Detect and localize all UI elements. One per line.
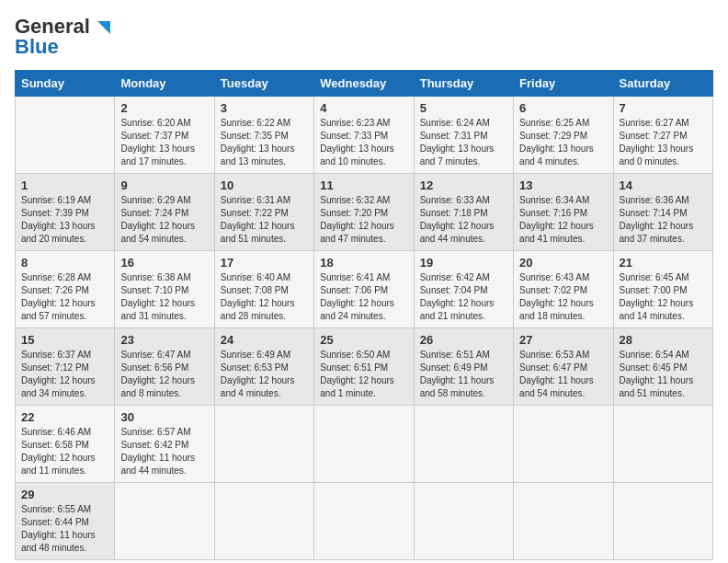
calendar-week-row: 22Sunrise: 6:46 AMSunset: 6:58 PMDayligh… [16, 406, 713, 483]
day-number: 30 [120, 410, 208, 424]
day-number: 5 [420, 101, 507, 115]
calendar-cell [514, 406, 613, 483]
day-info: Sunrise: 6:41 AMSunset: 7:06 PMDaylight:… [320, 271, 407, 323]
logo-icon [92, 17, 112, 38]
calendar-cell: 3Sunrise: 6:22 AMSunset: 7:35 PMDaylight… [214, 97, 313, 174]
day-info: Sunrise: 6:45 AMSunset: 7:00 PMDaylight:… [620, 271, 707, 323]
day-info: Sunrise: 6:31 AMSunset: 7:22 PMDaylight:… [221, 194, 308, 246]
day-number: 10 [221, 178, 308, 192]
calendar-cell: 26Sunrise: 6:51 AMSunset: 6:49 PMDayligh… [414, 328, 513, 406]
logo: General Blue [15, 15, 112, 59]
day-info: Sunrise: 6:55 AMSunset: 6:44 PMDaylight:… [21, 503, 108, 555]
calendar-cell: 27Sunrise: 6:53 AMSunset: 6:47 PMDayligh… [514, 328, 613, 406]
calendar-cell: 15Sunrise: 6:37 AMSunset: 7:12 PMDayligh… [16, 328, 115, 406]
calendar-cell: 1Sunrise: 6:19 AMSunset: 7:39 PMDaylight… [16, 174, 115, 251]
day-number: 28 [620, 333, 707, 347]
calendar-cell: 21Sunrise: 6:45 AMSunset: 7:00 PMDayligh… [613, 251, 712, 328]
calendar-cell [613, 406, 712, 483]
calendar-cell: 12Sunrise: 6:33 AMSunset: 7:18 PMDayligh… [414, 174, 513, 251]
calendar-cell: 16Sunrise: 6:38 AMSunset: 7:10 PMDayligh… [115, 251, 214, 328]
day-number: 24 [221, 333, 308, 347]
day-number: 13 [519, 178, 607, 192]
day-number: 26 [420, 333, 507, 347]
calendar-cell: 2Sunrise: 6:20 AMSunset: 7:37 PMDaylight… [115, 97, 214, 174]
calendar-cell: 14Sunrise: 6:36 AMSunset: 7:14 PMDayligh… [613, 174, 712, 251]
calendar-cell: 24Sunrise: 6:49 AMSunset: 6:53 PMDayligh… [214, 328, 313, 406]
calendar-cell: 22Sunrise: 6:46 AMSunset: 6:58 PMDayligh… [16, 406, 115, 483]
day-info: Sunrise: 6:53 AMSunset: 6:47 PMDaylight:… [519, 349, 607, 400]
day-info: Sunrise: 6:38 AMSunset: 7:10 PMDaylight:… [120, 271, 208, 323]
day-info: Sunrise: 6:20 AMSunset: 7:37 PMDaylight:… [120, 117, 208, 168]
calendar-cell: 6Sunrise: 6:25 AMSunset: 7:29 PMDaylight… [514, 97, 613, 174]
calendar-cell: 30Sunrise: 6:57 AMSunset: 6:42 PMDayligh… [115, 406, 214, 483]
calendar-cell [414, 483, 513, 560]
calendar-cell [314, 483, 414, 560]
calendar-cell: 5Sunrise: 6:24 AMSunset: 7:31 PMDaylight… [414, 97, 513, 174]
day-info: Sunrise: 6:27 AMSunset: 7:27 PMDaylight:… [620, 117, 707, 168]
day-number: 20 [519, 256, 607, 270]
day-info: Sunrise: 6:54 AMSunset: 6:45 PMDaylight:… [620, 349, 707, 400]
calendar-cell: 10Sunrise: 6:31 AMSunset: 7:22 PMDayligh… [214, 174, 313, 251]
calendar-cell [414, 406, 513, 483]
day-number: 21 [620, 256, 707, 270]
calendar-table: SundayMondayTuesdayWednesdayThursdayFrid… [15, 70, 713, 560]
calendar-cell [314, 406, 414, 483]
calendar-week-row: 1Sunrise: 6:19 AMSunset: 7:39 PMDaylight… [16, 174, 713, 251]
day-info: Sunrise: 6:50 AMSunset: 6:51 PMDaylight:… [320, 349, 407, 400]
header-thursday: Thursday [414, 71, 513, 97]
day-info: Sunrise: 6:33 AMSunset: 7:18 PMDaylight:… [420, 194, 507, 246]
day-info: Sunrise: 6:32 AMSunset: 7:20 PMDaylight:… [320, 194, 407, 246]
calendar-cell: 25Sunrise: 6:50 AMSunset: 6:51 PMDayligh… [314, 328, 414, 406]
day-number: 29 [21, 488, 108, 501]
day-number: 15 [21, 333, 108, 347]
day-number: 9 [120, 178, 208, 192]
day-info: Sunrise: 6:40 AMSunset: 7:08 PMDaylight:… [221, 271, 308, 323]
calendar-cell: 13Sunrise: 6:34 AMSunset: 7:16 PMDayligh… [514, 174, 613, 251]
header-friday: Friday [514, 71, 613, 97]
day-number: 3 [221, 101, 308, 115]
day-number: 12 [420, 178, 507, 192]
day-info: Sunrise: 6:43 AMSunset: 7:02 PMDaylight:… [519, 271, 607, 323]
calendar-cell: 19Sunrise: 6:42 AMSunset: 7:04 PMDayligh… [414, 251, 513, 328]
day-info: Sunrise: 6:23 AMSunset: 7:33 PMDaylight:… [320, 117, 407, 168]
day-info: Sunrise: 6:28 AMSunset: 7:26 PMDaylight:… [21, 271, 108, 323]
calendar-week-row: 2Sunrise: 6:20 AMSunset: 7:37 PMDaylight… [16, 97, 713, 174]
calendar-week-row: 8Sunrise: 6:28 AMSunset: 7:26 PMDaylight… [16, 251, 713, 328]
day-number: 7 [620, 101, 707, 115]
day-number: 2 [120, 101, 208, 115]
day-number: 4 [320, 101, 407, 115]
day-number: 17 [221, 256, 308, 270]
header-saturday: Saturday [613, 71, 712, 97]
svg-marker-0 [97, 21, 110, 34]
calendar-cell: 9Sunrise: 6:29 AMSunset: 7:24 PMDaylight… [115, 174, 214, 251]
day-info: Sunrise: 6:24 AMSunset: 7:31 PMDaylight:… [420, 117, 507, 168]
day-info: Sunrise: 6:37 AMSunset: 7:12 PMDaylight:… [21, 349, 108, 400]
calendar-cell [613, 483, 712, 560]
calendar-cell: 8Sunrise: 6:28 AMSunset: 7:26 PMDaylight… [16, 251, 115, 328]
day-number: 8 [21, 256, 108, 270]
day-number: 14 [620, 178, 707, 192]
day-info: Sunrise: 6:57 AMSunset: 6:42 PMDaylight:… [120, 426, 208, 477]
calendar-cell: 7Sunrise: 6:27 AMSunset: 7:27 PMDaylight… [613, 97, 712, 174]
calendar-cell: 23Sunrise: 6:47 AMSunset: 6:56 PMDayligh… [115, 328, 214, 406]
calendar-cell [514, 483, 613, 560]
calendar-week-row: 29Sunrise: 6:55 AMSunset: 6:44 PMDayligh… [16, 483, 713, 560]
day-info: Sunrise: 6:22 AMSunset: 7:35 PMDaylight:… [221, 117, 308, 168]
day-info: Sunrise: 6:29 AMSunset: 7:24 PMDaylight:… [120, 194, 208, 246]
day-number: 11 [320, 178, 407, 192]
calendar-cell [214, 483, 313, 560]
calendar-cell: 4Sunrise: 6:23 AMSunset: 7:33 PMDaylight… [314, 97, 414, 174]
header-monday: Monday [115, 71, 214, 97]
day-number: 18 [320, 256, 407, 270]
day-info: Sunrise: 6:36 AMSunset: 7:14 PMDaylight:… [620, 194, 707, 246]
day-number: 6 [519, 101, 607, 115]
calendar-cell: 20Sunrise: 6:43 AMSunset: 7:02 PMDayligh… [514, 251, 613, 328]
day-number: 16 [120, 256, 208, 270]
day-number: 23 [120, 333, 208, 347]
page-header: General Blue [15, 15, 713, 59]
day-info: Sunrise: 6:46 AMSunset: 6:58 PMDaylight:… [21, 426, 108, 477]
day-number: 1 [21, 178, 108, 192]
calendar-cell: 18Sunrise: 6:41 AMSunset: 7:06 PMDayligh… [314, 251, 414, 328]
day-number: 27 [519, 333, 607, 347]
day-info: Sunrise: 6:19 AMSunset: 7:39 PMDaylight:… [21, 194, 108, 246]
